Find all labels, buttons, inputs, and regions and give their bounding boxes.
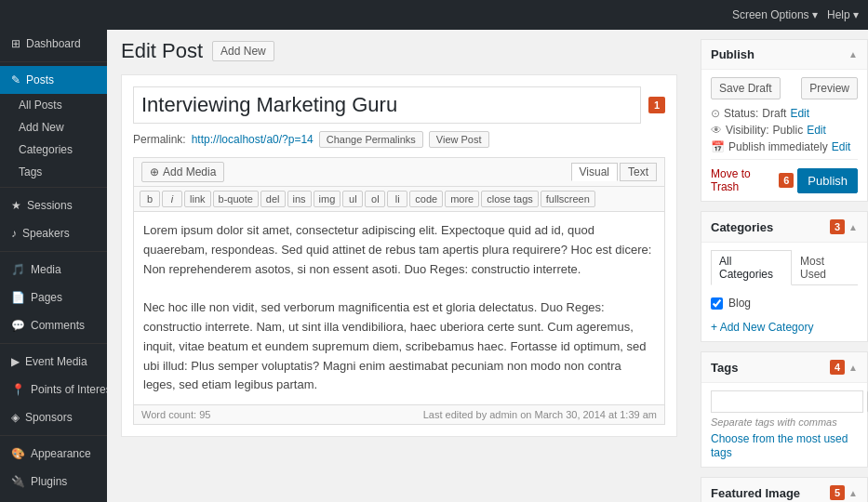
move-to-trash-btn[interactable]: Move to Trash — [711, 167, 779, 193]
step6-badge: 6 — [779, 173, 794, 188]
status-row: ⊙ Status: Draft Edit — [711, 107, 858, 120]
view-tab-text[interactable]: Text — [620, 163, 657, 181]
fmt-img[interactable]: img — [314, 191, 341, 207]
comments-icon: 💬 — [11, 319, 25, 332]
publish-toggle-arrow: ▲ — [848, 49, 858, 59]
permalink-label: Permalink: — [133, 133, 186, 146]
fmt-del[interactable]: del — [260, 191, 286, 207]
add-new-button[interactable]: Add New — [212, 41, 274, 61]
sidebar-item-media[interactable]: 🎵 Media — [0, 256, 107, 284]
sidebar-item-dashboard[interactable]: ⊞ Dashboard — [0, 30, 107, 58]
sidebar-item-sponsors[interactable]: ◈ Sponsors — [0, 403, 107, 431]
publish-btn[interactable]: Publish — [797, 168, 858, 193]
fmt-fullscreen[interactable]: fullscreen — [541, 191, 595, 207]
featured-image-title: Featured Image — [711, 486, 800, 500]
tags-box: Tags 4 ▲ Add Separate tags with commas C… — [701, 351, 868, 468]
tab-all-categories[interactable]: All Categories — [711, 250, 792, 285]
categories-box-header[interactable]: Categories 3 ▲ — [701, 212, 867, 243]
media-icon: 🎵 — [11, 263, 25, 276]
view-tabs: Visual Text — [571, 163, 657, 181]
sidebar-item-points-of-interest[interactable]: 📍 Points of Interest — [0, 376, 107, 403]
add-new-category-link[interactable]: + Add New Category — [711, 321, 858, 334]
editor-content-p2: Nec hoc ille non vidit, sed verborum mag… — [143, 298, 655, 395]
sessions-icon: ★ — [11, 199, 21, 212]
post-title-row: 1 — [133, 86, 665, 124]
fmt-code[interactable]: code — [409, 191, 443, 207]
top-bar: Screen Options ▾ Help ▾ — [0, 0, 868, 30]
change-permalinks-btn[interactable]: Change Permalinks — [319, 131, 423, 148]
tab-most-used[interactable]: Most Used — [792, 250, 858, 284]
sidebar-item-appearance[interactable]: 🎨 Appearance — [0, 440, 107, 468]
sidebar-item-pages[interactable]: 📄 Pages — [0, 284, 107, 311]
publish-box-header[interactable]: Publish ▲ — [701, 40, 867, 70]
permalink-bar: Permalink: http://localhost/a0/?p=14 Cha… — [133, 131, 665, 148]
fmt-ul[interactable]: ul — [342, 191, 363, 207]
add-media-icon: ⊕ — [150, 165, 159, 178]
main-wrapper: ⊞ Dashboard ✎ Posts All Posts Add New Ca… — [0, 30, 868, 502]
tags-box-title: Tags — [711, 361, 738, 375]
post-title-input[interactable] — [133, 86, 641, 124]
status-edit-link[interactable]: Edit — [790, 107, 809, 120]
tags-box-header[interactable]: Tags 4 ▲ — [701, 352, 867, 383]
fmt-more[interactable]: more — [445, 191, 479, 207]
category-checkbox-blog[interactable] — [711, 297, 723, 310]
save-draft-btn[interactable]: Save Draft — [711, 77, 781, 99]
sidebar-item-plugins[interactable]: 🔌 Plugins — [0, 468, 107, 495]
fmt-ol[interactable]: ol — [365, 191, 385, 207]
categories-toggle-arrow: ▲ — [848, 222, 858, 232]
choose-tags-link[interactable]: Choose from the most used tags — [711, 432, 848, 459]
publish-date-edit-link[interactable]: Edit — [832, 140, 851, 153]
view-tab-visual[interactable]: Visual — [571, 163, 618, 181]
featured-image-toggle-arrow: ▲ — [848, 488, 858, 498]
fmt-italic[interactable]: i — [162, 191, 182, 207]
publish-bottom: Move to Trash 6 Publish — [711, 159, 858, 193]
publish-actions: Save Draft Preview — [711, 77, 858, 99]
view-post-btn[interactable]: View Post — [429, 131, 489, 148]
sidebar-item-add-new[interactable]: Add New — [0, 116, 107, 139]
screen-options-btn[interactable]: Screen Options ▾ — [732, 8, 818, 21]
featured-image-box-header[interactable]: Featured Image 5 ▲ — [701, 478, 867, 502]
page-title-bar: Edit Post Add New — [121, 39, 677, 63]
fmt-ins[interactable]: ins — [287, 191, 312, 207]
content-area: Edit Post Add New 1 Permalink: http://lo… — [107, 30, 691, 502]
preview-btn[interactable]: Preview — [801, 77, 858, 99]
fmt-li[interactable]: li — [387, 191, 407, 207]
visibility-icon: 👁 — [711, 124, 722, 137]
editor-content-p1: Lorem ipsum dolor sit amet, consectetur … — [143, 221, 655, 279]
tags-input[interactable] — [711, 390, 863, 413]
visibility-edit-link[interactable]: Edit — [807, 124, 826, 137]
editor-top-bar: ⊕ Add Media Visual Text — [134, 158, 664, 187]
permalink-url[interactable]: http://localhost/a0/?p=14 — [192, 133, 314, 146]
tags-input-row: Add — [711, 390, 858, 413]
categories-box: Categories 3 ▲ All Categories Most Used … — [701, 211, 868, 342]
category-list: Blog — [711, 291, 858, 315]
fmt-bold[interactable]: b — [140, 191, 160, 207]
calendar-icon: 📅 — [711, 140, 725, 153]
publish-box-body: Save Draft Preview ⊙ Status: Draft Edit … — [701, 70, 867, 201]
fmt-bquote[interactable]: b-quote — [213, 191, 259, 207]
add-media-btn[interactable]: ⊕ Add Media — [141, 162, 224, 182]
step1-badge: 1 — [648, 97, 665, 113]
tags-box-body: Add Separate tags with commas Choose fro… — [701, 383, 867, 467]
sidebar-item-event-media[interactable]: ▶ Event Media — [0, 348, 107, 376]
sidebar-item-comments[interactable]: 💬 Comments — [0, 311, 107, 339]
sidebar-item-categories[interactable]: Categories — [0, 139, 107, 161]
word-count-area: Word count: 95 — [141, 409, 210, 420]
sidebar-item-speakers[interactable]: ♪ Speakers — [0, 219, 107, 247]
sidebar-item-all-posts[interactable]: All Posts — [0, 94, 107, 116]
publish-date-row: 📅 Publish immediately Edit — [711, 140, 858, 153]
sidebar-item-tags[interactable]: Tags — [0, 161, 107, 183]
sidebar-item-posts[interactable]: ✎ Posts — [0, 66, 107, 94]
pages-icon: 📄 — [11, 291, 25, 304]
publish-box: Publish ▲ Save Draft Preview ⊙ Status: D… — [701, 39, 868, 202]
last-edited: Last edited by admin on March 30, 2014 a… — [423, 409, 657, 420]
categories-box-title: Categories — [711, 220, 773, 234]
sidebar-item-users[interactable]: 👤 Users — [0, 495, 107, 502]
help-btn[interactable]: Help ▾ — [827, 8, 859, 21]
editor-body[interactable]: Lorem ipsum dolor sit amet, consectetur … — [134, 212, 664, 404]
speakers-icon: ♪ — [11, 227, 17, 240]
fmt-link[interactable]: link — [184, 191, 211, 207]
category-item-blog: Blog — [711, 295, 858, 311]
sidebar-item-sessions[interactable]: ★ Sessions — [0, 192, 107, 219]
fmt-close-tags[interactable]: close tags — [481, 191, 539, 207]
